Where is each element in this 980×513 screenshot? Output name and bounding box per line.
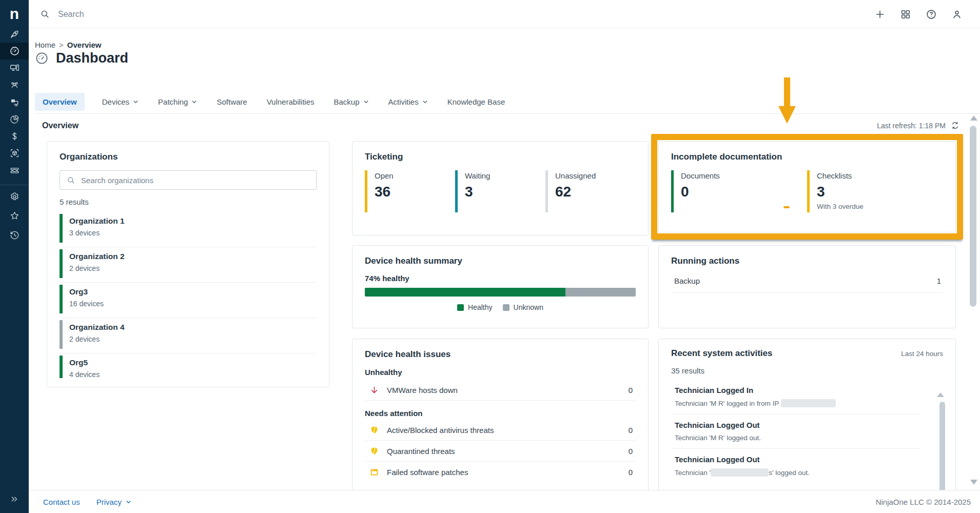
- user-icon[interactable]: [951, 9, 963, 20]
- title-row: Dashboard: [35, 50, 128, 66]
- sidebar-divider: [0, 185, 29, 185]
- list-item[interactable]: Org3 16 devices: [60, 283, 317, 318]
- healthy-percent-label: 74% healthy: [365, 274, 636, 283]
- list-item[interactable]: Organization 2 2 devices: [60, 247, 317, 283]
- ticketing-stat-waiting[interactable]: Waiting 3: [455, 170, 545, 212]
- checklists-stat[interactable]: Checklists 3 With 3 overdue: [807, 170, 943, 212]
- topbar: Search: [29, 0, 980, 28]
- ticketing-stat-unassigned[interactable]: Unassigned 62: [545, 170, 636, 212]
- breadcrumb-home[interactable]: Home: [35, 41, 55, 49]
- users-icon[interactable]: [0, 76, 29, 93]
- dashboard-title-icon: [35, 51, 49, 65]
- tab-backup[interactable]: Backup: [331, 93, 370, 111]
- gear-icon[interactable]: [0, 188, 29, 205]
- rocket-icon[interactable]: [0, 26, 29, 43]
- tab-software[interactable]: Software: [214, 93, 249, 111]
- devices-icon[interactable]: [0, 60, 29, 76]
- page-scroll-up-arrow[interactable]: [970, 115, 977, 121]
- org-status-bar: [60, 320, 63, 349]
- overview-heading: Overview: [42, 121, 79, 130]
- list-item[interactable]: Organization 4 2 devices: [60, 318, 317, 353]
- ninjaone-logo[interactable]: n: [0, 4, 29, 24]
- copyright-text: NinjaOne LLC © 2014-2025: [876, 498, 971, 506]
- health-progress-bar: [365, 288, 636, 297]
- tab-devices[interactable]: Devices: [100, 93, 141, 111]
- legend-unknown-swatch: [503, 304, 509, 311]
- shield-icon: [369, 446, 379, 456]
- global-search[interactable]: Search: [40, 0, 84, 28]
- ticketing-stat-open[interactable]: Open 36: [365, 170, 455, 212]
- list-item[interactable]: Technician Logged Out Technician 's' log…: [671, 449, 920, 483]
- redacted-text: [781, 399, 836, 407]
- tab-vulnerabilities[interactable]: Vulnerabilities: [265, 93, 317, 111]
- page-scrollbar-thumb[interactable]: [970, 126, 976, 307]
- list-item[interactable]: Technician Logged Out Technician 'M R' l…: [671, 415, 920, 449]
- activities-result-count: 35 results: [671, 366, 943, 375]
- expand-icon[interactable]: [0, 495, 29, 504]
- breadcrumb: Home > Overview: [35, 41, 102, 49]
- last-refresh-text: Last refresh: 1:18 PM: [877, 122, 946, 130]
- issue-row-vmware[interactable]: VMWare hosts down 0: [365, 380, 636, 401]
- privacy-link[interactable]: Privacy: [96, 498, 131, 506]
- chevron-down-icon: [133, 99, 139, 105]
- org-status-bar: [60, 249, 63, 278]
- page-scroll-down-arrow[interactable]: [970, 480, 977, 485]
- running-actions-title: Running actions: [671, 256, 943, 266]
- tab-overview[interactable]: Overview: [35, 93, 85, 111]
- chevron-down-icon: [422, 99, 428, 105]
- last-refresh: Last refresh: 1:18 PM: [877, 121, 959, 130]
- inner-scrollbar-thumb[interactable]: [939, 402, 945, 490]
- history-icon[interactable]: [0, 227, 29, 244]
- pie-chart-icon[interactable]: [0, 111, 29, 128]
- apps-grid-icon[interactable]: [900, 9, 911, 20]
- highlight-dash: [783, 206, 790, 208]
- chevron-down-icon: [126, 499, 131, 505]
- footer: Contact us Privacy NinjaOne LLC © 2014-2…: [29, 490, 980, 513]
- plus-icon[interactable]: [874, 9, 886, 20]
- tab-activities[interactable]: Activities: [386, 93, 430, 111]
- organizations-title: Organizations: [60, 152, 317, 162]
- ticket-icon[interactable]: [0, 162, 29, 179]
- organizations-result-count: 5 results: [60, 198, 317, 206]
- organizations-search-input[interactable]: Search organizations: [60, 170, 317, 190]
- org-status-bar: [60, 214, 63, 243]
- inner-scroll-up-arrow[interactable]: [937, 392, 944, 397]
- breadcrumb-separator: >: [59, 41, 64, 49]
- page-title: Dashboard: [56, 50, 128, 66]
- remote-windows-icon[interactable]: [0, 94, 29, 111]
- tab-knowledge-base[interactable]: Knowledge Base: [445, 93, 507, 111]
- issue-row-failed-patches[interactable]: Failed software patches 0: [365, 462, 636, 483]
- activities-list: Technician Logged In Technician 'M R' lo…: [671, 380, 943, 483]
- help-icon[interactable]: [926, 9, 937, 20]
- cube-scan-icon[interactable]: [0, 145, 29, 162]
- recent-activities-title: Recent system activities: [671, 348, 773, 359]
- device-health-summary-card: Device health summary 74% healthy Health…: [352, 245, 649, 328]
- dashboard-icon[interactable]: [0, 43, 29, 60]
- contact-us-link[interactable]: Contact us: [43, 498, 80, 506]
- refresh-icon[interactable]: [951, 121, 959, 130]
- list-item[interactable]: Org5 4 devices: [60, 353, 317, 379]
- needs-attention-heading: Needs attention: [365, 409, 636, 418]
- search-icon: [67, 176, 75, 185]
- ticketing-title: Ticketing: [365, 152, 636, 162]
- list-item[interactable]: Organization 1 3 devices: [60, 212, 317, 247]
- issue-row-antivirus[interactable]: Active/Blocked antivirus threats 0: [365, 420, 636, 441]
- chevron-down-icon: [363, 99, 369, 105]
- issue-row-quarantined[interactable]: Quarantined threats 0: [365, 441, 636, 462]
- recent-activities-card: Recent system activities Last 24 hours 3…: [658, 339, 956, 490]
- sidebar: n: [0, 0, 29, 513]
- unhealthy-heading: Unhealthy: [365, 368, 636, 377]
- ticketing-card: Ticketing Open 36 Waiting 3 Unassigned 6…: [352, 141, 649, 235]
- dollar-icon[interactable]: [0, 128, 29, 145]
- device-health-summary-title: Device health summary: [365, 256, 636, 266]
- running-action-row-backup[interactable]: Backup 1: [671, 277, 943, 293]
- patch-window-icon: [369, 467, 379, 477]
- shield-icon: [369, 425, 379, 435]
- incomplete-documentation-card: Incomplete documentation Documents 0 Che…: [658, 141, 956, 232]
- org-status-bar: [60, 285, 63, 313]
- redacted-text: [711, 468, 769, 477]
- list-item[interactable]: Technician Logged In Technician 'M R' lo…: [671, 380, 920, 415]
- tab-patching[interactable]: Patching: [156, 93, 199, 111]
- star-icon[interactable]: [0, 207, 29, 224]
- highlight-border: Incomplete documentation Documents 0 Che…: [651, 134, 963, 240]
